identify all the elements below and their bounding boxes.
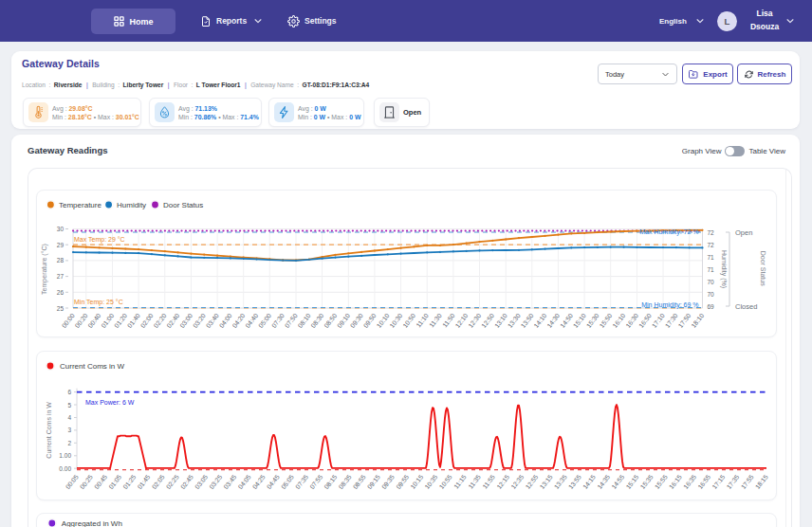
svg-text:04:40: 04:40 — [244, 312, 259, 329]
svg-text:12:30: 12:30 — [467, 312, 482, 329]
svg-text:Closed: Closed — [735, 302, 757, 311]
svg-text:11:30: 11:30 — [428, 312, 443, 328]
svg-text:09:35: 09:35 — [380, 473, 396, 490]
svg-text:17:50: 17:50 — [676, 312, 692, 329]
svg-text:04:05: 04:05 — [237, 473, 252, 490]
svg-text:28: 28 — [57, 257, 65, 264]
svg-text:13:10: 13:10 — [493, 312, 508, 329]
svg-text:01:45: 01:45 — [136, 473, 151, 490]
svg-text:07:35: 07:35 — [294, 473, 309, 490]
svg-text:14:10: 14:10 — [532, 312, 547, 329]
svg-text:Open: Open — [735, 228, 752, 237]
svg-text:02:20: 02:20 — [153, 312, 168, 329]
svg-text:00:20: 00:20 — [74, 312, 89, 329]
svg-text:17:30: 17:30 — [664, 312, 679, 329]
svg-text:15:10: 15:10 — [572, 312, 587, 329]
svg-text:71: 71 — [708, 266, 715, 273]
svg-text:Current Coms in W: Current Coms in W — [46, 402, 52, 459]
svg-text:05:05: 05:05 — [280, 473, 295, 490]
svg-text:11:15: 11:15 — [452, 473, 468, 489]
svg-text:08:30: 08:30 — [309, 312, 324, 329]
svg-text:01:40: 01:40 — [126, 312, 141, 329]
svg-text:12:50: 12:50 — [480, 312, 495, 329]
svg-text:Min Humidity: 69 %: Min Humidity: 69 % — [641, 301, 698, 309]
svg-text:08:55: 08:55 — [352, 473, 367, 490]
svg-text:27: 27 — [57, 273, 65, 280]
svg-text:Max Temp: 29 °C: Max Temp: 29 °C — [74, 236, 125, 244]
svg-text:11:35: 11:35 — [467, 473, 482, 489]
svg-text:Temperature: Temperature — [59, 201, 102, 209]
svg-text:10:10: 10:10 — [376, 312, 391, 329]
svg-text:70: 70 — [708, 279, 715, 285]
svg-text:16:10: 16:10 — [611, 312, 626, 329]
svg-text:Temperature (°C): Temperature (°C) — [41, 244, 48, 295]
svg-text:05:00: 05:00 — [257, 312, 272, 329]
svg-text:10:50: 10:50 — [401, 312, 416, 329]
svg-text:5: 5 — [67, 402, 71, 409]
svg-text:12:35: 12:35 — [509, 473, 525, 490]
svg-text:16:30: 16:30 — [624, 312, 639, 329]
svg-text:01:00: 01:00 — [100, 312, 115, 329]
svg-text:15:30: 15:30 — [585, 312, 600, 329]
svg-text:16:35: 16:35 — [682, 473, 697, 490]
svg-text:03:00: 03:00 — [178, 312, 194, 329]
svg-text:29: 29 — [57, 242, 65, 248]
svg-text:10:30: 10:30 — [388, 312, 403, 329]
svg-text:25: 25 — [57, 305, 65, 312]
svg-text:14:15: 14:15 — [581, 473, 597, 490]
svg-text:08:15: 08:15 — [323, 473, 338, 490]
svg-text:2: 2 — [67, 440, 71, 446]
svg-text:10:35: 10:35 — [423, 473, 438, 490]
svg-text:08:10: 08:10 — [297, 312, 312, 329]
svg-text:17:35: 17:35 — [725, 473, 740, 490]
svg-text:4: 4 — [67, 414, 71, 421]
svg-text:01:05: 01:05 — [107, 473, 122, 490]
svg-text:02:40: 02:40 — [165, 312, 180, 329]
svg-text:15:50: 15:50 — [598, 312, 613, 329]
svg-text:18:10: 18:10 — [690, 312, 705, 329]
svg-text:14:50: 14:50 — [559, 312, 574, 329]
svg-text:10:15: 10:15 — [409, 473, 424, 490]
svg-text:11:10: 11:10 — [415, 312, 430, 328]
svg-text:11:55: 11:55 — [481, 473, 496, 489]
svg-text:0.00: 0.00 — [59, 465, 71, 472]
svg-text:15:35: 15:35 — [639, 473, 655, 490]
svg-text:Door Status: Door Status — [760, 251, 766, 286]
svg-text:10:55: 10:55 — [438, 473, 453, 490]
svg-text:12:55: 12:55 — [524, 473, 539, 490]
svg-text:04:45: 04:45 — [266, 473, 281, 490]
svg-text:Min Temp: 25 °C: Min Temp: 25 °C — [74, 299, 123, 306]
svg-text:13:15: 13:15 — [539, 473, 554, 490]
svg-text:72: 72 — [708, 242, 715, 248]
svg-text:12:15: 12:15 — [495, 473, 510, 490]
svg-text:09:50: 09:50 — [362, 312, 378, 329]
svg-text:03:40: 03:40 — [205, 312, 220, 329]
svg-text:03:45: 03:45 — [222, 473, 237, 490]
svg-text:71: 71 — [708, 254, 715, 261]
svg-text:13:30: 13:30 — [507, 312, 522, 329]
svg-text:72: 72 — [708, 229, 715, 236]
svg-text:13:50: 13:50 — [520, 312, 535, 329]
svg-text:03:25: 03:25 — [208, 473, 223, 490]
svg-text:17:55: 17:55 — [740, 473, 755, 490]
svg-text:07:30: 07:30 — [270, 312, 286, 329]
svg-text:17:10: 17:10 — [651, 312, 666, 329]
svg-text:6: 6 — [67, 389, 71, 395]
svg-text:Humidity (%): Humidity (%) — [720, 250, 728, 288]
svg-text:01:25: 01:25 — [121, 473, 137, 490]
svg-text:17:15: 17:15 — [710, 473, 726, 490]
svg-text:30: 30 — [57, 226, 65, 232]
svg-text:00:05: 00:05 — [65, 473, 80, 490]
svg-text:Max Humidity: 72 %: Max Humidity: 72 % — [639, 228, 698, 236]
svg-text:07:55: 07:55 — [308, 473, 323, 490]
svg-text:02:00: 02:00 — [139, 312, 155, 329]
svg-text:02:05: 02:05 — [151, 473, 166, 490]
svg-text:Aggregated in Wh: Aggregated in Wh — [62, 519, 122, 527]
svg-text:13:35: 13:35 — [553, 473, 568, 490]
svg-text:14:55: 14:55 — [610, 473, 625, 490]
svg-text:70: 70 — [708, 291, 715, 298]
svg-text:18:15: 18:15 — [754, 473, 769, 490]
svg-text:03:05: 03:05 — [194, 473, 209, 490]
svg-text:00:00: 00:00 — [61, 312, 76, 329]
svg-text:03:20: 03:20 — [192, 312, 207, 329]
